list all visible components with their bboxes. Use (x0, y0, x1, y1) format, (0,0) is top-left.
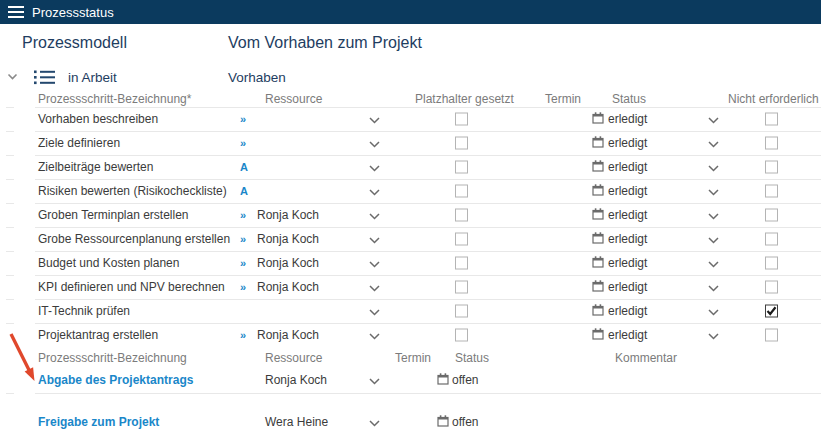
status-dropdown-chevron-down-icon[interactable] (708, 110, 719, 128)
resource-assignment-icon[interactable]: » (240, 233, 246, 245)
calendar-icon[interactable] (592, 182, 604, 200)
milestone-link[interactable]: Abgabe des Projektantrags (38, 373, 193, 387)
not-required-checkbox[interactable] (765, 209, 778, 222)
process-step-name: Grobe Ressourcenplanung erstellen (38, 232, 230, 246)
resource-dropdown-chevron-down-icon[interactable] (369, 110, 380, 128)
status-value[interactable]: offen (452, 373, 478, 387)
status-dropdown-chevron-down-icon[interactable] (708, 302, 719, 320)
resource-dropdown-chevron-down-icon[interactable] (369, 413, 380, 431)
resource-assignment-icon[interactable]: » (240, 329, 246, 341)
status-dropdown-chevron-down-icon[interactable] (708, 278, 719, 296)
status-dropdown-chevron-down-icon[interactable] (708, 254, 719, 272)
status-value[interactable]: erledigt (608, 232, 647, 246)
phase-label: Vorhaben (228, 70, 286, 85)
status-value[interactable]: erledigt (608, 328, 647, 342)
resource-dropdown-chevron-down-icon[interactable] (369, 278, 380, 296)
column-header-name: Prozessschritt-Bezeichnung (38, 351, 187, 365)
placeholder-set-checkbox[interactable] (455, 305, 468, 318)
calendar-icon[interactable] (592, 278, 604, 296)
resource-assignment-icon[interactable]: » (240, 137, 246, 149)
calendar-icon[interactable] (592, 230, 604, 248)
resource-name[interactable]: Ronja Koch (257, 232, 319, 246)
not-required-checkbox[interactable] (765, 113, 778, 126)
status-dropdown-chevron-down-icon[interactable] (708, 326, 719, 344)
resource-dropdown-chevron-down-icon[interactable] (369, 326, 380, 344)
milestone-link[interactable]: Freigabe zum Projekt (38, 415, 159, 429)
placeholder-set-checkbox[interactable] (455, 257, 468, 270)
status-dropdown-chevron-down-icon[interactable] (708, 158, 719, 176)
status-value[interactable]: erledigt (608, 256, 647, 270)
resource-assignment-icon[interactable]: » (240, 113, 246, 125)
placeholder-set-checkbox[interactable] (455, 281, 468, 294)
resource-name[interactable]: Ronja Koch (257, 328, 319, 342)
phase-section-row: in Arbeit Vorhaben (0, 68, 821, 88)
table-row: Projektantrag erstellen » Ronja Koch erl… (0, 323, 821, 347)
process-step-name: Groben Terminplan erstellen (38, 208, 189, 222)
resource-name[interactable]: Wera Heine (265, 415, 328, 429)
process-step-name: KPI definieren und NPV berechnen (38, 280, 225, 294)
resource-assignment-icon[interactable]: » (240, 209, 246, 221)
calendar-icon[interactable] (592, 326, 604, 344)
not-required-checkbox[interactable] (765, 257, 778, 270)
calendar-icon[interactable] (592, 110, 604, 128)
process-step-name: Risiken bewerten (Risikocheckliste) (38, 184, 227, 198)
calendar-icon[interactable] (592, 134, 604, 152)
row-spacer (0, 394, 821, 408)
status-value[interactable]: erledigt (608, 280, 647, 294)
resource-name[interactable]: Ronja Koch (257, 256, 319, 270)
placeholder-set-checkbox[interactable] (455, 209, 468, 222)
resource-assignment-icon[interactable]: » (240, 257, 246, 269)
placeholder-set-checkbox[interactable] (455, 329, 468, 342)
resource-dropdown-chevron-down-icon[interactable] (369, 158, 380, 176)
milestone-row: Freigabe zum Projekt Wera Heine offen (0, 408, 821, 436)
placeholder-set-checkbox[interactable] (455, 185, 468, 198)
calendar-icon[interactable] (437, 413, 449, 431)
not-required-checkbox[interactable] (765, 161, 778, 174)
hamburger-menu-icon[interactable] (8, 6, 24, 18)
resource-dropdown-chevron-down-icon[interactable] (369, 371, 380, 389)
status-value[interactable]: erledigt (608, 304, 647, 318)
resource-dropdown-chevron-down-icon[interactable] (369, 134, 380, 152)
status-value[interactable]: erledigt (608, 208, 647, 222)
process-model-heading: Prozessmodell (22, 34, 127, 52)
not-required-checkbox[interactable] (765, 281, 778, 294)
status-dropdown-chevron-down-icon[interactable] (708, 206, 719, 224)
resource-dropdown-chevron-down-icon[interactable] (369, 182, 380, 200)
status-value[interactable]: offen (452, 415, 478, 429)
status-value[interactable]: erledigt (608, 112, 647, 126)
status-dropdown-chevron-down-icon[interactable] (708, 230, 719, 248)
collapse-chevron-down-icon[interactable] (7, 73, 18, 81)
resource-name[interactable]: Ronja Koch (257, 280, 319, 294)
calendar-icon[interactable] (437, 371, 449, 389)
column-header-placeholder: Platzhalter gesetzt (415, 92, 514, 106)
placeholder-set-checkbox[interactable] (455, 113, 468, 126)
status-dropdown-chevron-down-icon[interactable] (708, 134, 719, 152)
not-required-checkbox[interactable] (765, 185, 778, 198)
status-value[interactable]: erledigt (608, 136, 647, 150)
not-required-checkbox[interactable] (765, 305, 778, 318)
placeholder-set-checkbox[interactable] (455, 233, 468, 246)
resource-name[interactable]: Ronja Koch (257, 208, 319, 222)
calendar-icon[interactable] (592, 254, 604, 272)
calendar-icon[interactable] (592, 206, 604, 224)
calendar-icon[interactable] (592, 302, 604, 320)
placeholder-set-checkbox[interactable] (455, 161, 468, 174)
resource-dropdown-chevron-down-icon[interactable] (369, 206, 380, 224)
resource-assignment-icon[interactable]: A (240, 161, 248, 173)
calendar-icon[interactable] (592, 158, 604, 176)
resource-name[interactable]: Ronja Koch (265, 373, 327, 387)
resource-assignment-icon[interactable]: » (240, 281, 246, 293)
not-required-checkbox[interactable] (765, 233, 778, 246)
not-required-checkbox[interactable] (765, 137, 778, 150)
resource-assignment-icon[interactable]: A (240, 185, 248, 197)
resource-dropdown-chevron-down-icon[interactable] (369, 302, 380, 320)
status-value[interactable]: erledigt (608, 184, 647, 198)
status-value[interactable]: erledigt (608, 160, 647, 174)
placeholder-set-checkbox[interactable] (455, 137, 468, 150)
status-dropdown-chevron-down-icon[interactable] (708, 182, 719, 200)
column-header-not-required: Nicht erforderlich (728, 92, 819, 106)
not-required-checkbox[interactable] (765, 329, 778, 342)
resource-dropdown-chevron-down-icon[interactable] (369, 254, 380, 272)
title-bar: Prozessstatus (0, 0, 821, 24)
resource-dropdown-chevron-down-icon[interactable] (369, 230, 380, 248)
